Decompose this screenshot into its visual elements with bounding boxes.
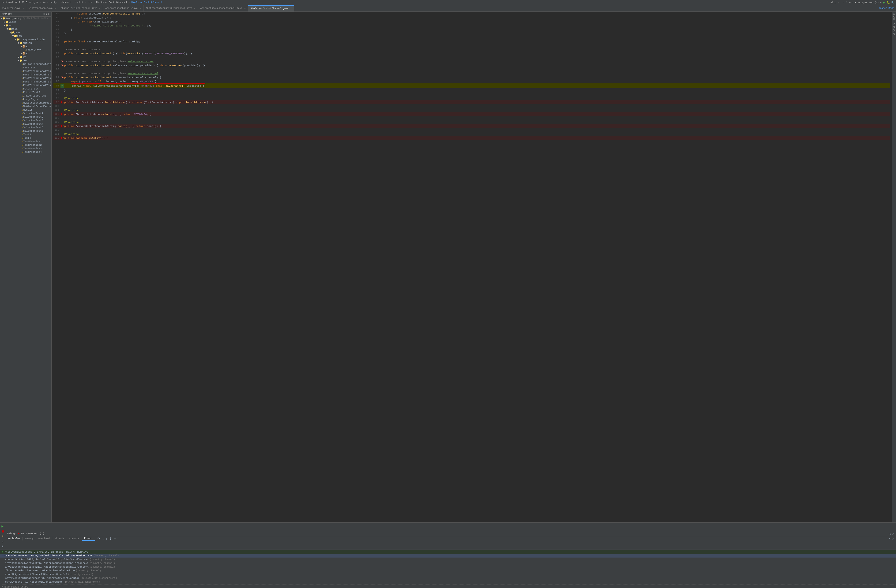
debug-tab-variables[interactable]: Variables [5, 537, 23, 541]
tab-nioserversocketchannel-close[interactable]: ✕ [291, 7, 292, 10]
tree-item-fastthreadlocaltest[interactable]: ☕ FastThreadLocalTest [0, 69, 51, 73]
tree-item-ineventlooptest[interactable]: ☕ InEventLoopTest [0, 94, 51, 97]
nav-io[interactable]: io [43, 1, 46, 4]
stack-frame-invokechannelactive225[interactable]: invokeChannelActive:225, AbstractChannel… [0, 561, 896, 565]
tree-item-src[interactable]: ▼ 📁 src [0, 24, 51, 27]
tree-item-selectortest5[interactable]: ☕ SelectorTest5 [0, 126, 51, 129]
tree-item-idea[interactable]: ▶ 📁 .idea [0, 20, 51, 24]
structure-label[interactable]: Structure [893, 23, 895, 35]
tab-abstractinterruptiblechannel-close[interactable]: ✕ [194, 7, 195, 10]
tab-abstractinterruptiblechannel[interactable]: AbstractInterruptibleChannel.java ✕ [143, 5, 198, 12]
tree-item-futuretest2[interactable]: ☕ FutureTest2 [0, 90, 51, 94]
maven-label[interactable]: Maven [893, 13, 895, 20]
tree-item-testpromise[interactable]: ☕ TestPromise [0, 140, 51, 143]
stack-frame-running-thread[interactable]: ▶ "nioEventLoopGroup-2-1"@1,263 in group… [0, 550, 896, 554]
debug-tab-console[interactable]: Console [67, 537, 82, 541]
debug-tab-memory[interactable]: Memory [23, 537, 36, 541]
tree-item-testpromise2[interactable]: ☕ TestPromise2 [0, 143, 51, 147]
tree-item-selectortest3[interactable]: ☕ SelectorTest3 [0, 119, 51, 122]
nav-netty[interactable]: netty [50, 1, 57, 4]
tree-item-e1[interactable]: ▼ 📦 e1 [0, 45, 51, 48]
tab-nioeventloop[interactable]: NioEventLoop.java ✕ [26, 5, 58, 12]
tree-item-selectortest6[interactable]: ☕ SelectorTest6 [0, 129, 51, 132]
tab-executor-close[interactable]: ✕ [23, 7, 24, 10]
tree-item-crazymakercircle[interactable]: ▼ 📁 crazymakercircle [0, 38, 51, 41]
stack-frame-readifisautoread[interactable]: → readIfIsAutoRead:1449, DefaultChannelP… [0, 554, 896, 558]
tree-item-callablefuturetest[interactable]: ☕ CallableFutureTest [0, 62, 51, 66]
tree-item-fastthreadlocaltest4[interactable]: ☕ FastThreadLocalTest4 [0, 80, 51, 84]
tree-item-main[interactable]: ▼ 📁 main [0, 27, 51, 31]
frames-maximize[interactable]: ⤢ [892, 537, 894, 540]
debug-tab-frames[interactable]: Frames [82, 537, 95, 541]
tree-item-test[interactable]: ▼ 📁 test [0, 59, 51, 62]
code-editor[interactable]: 65 return provider.openServerSocketChann… [52, 12, 892, 523]
tree-item-com[interactable]: ▼ 📁 com [0, 34, 51, 38]
tree-item-test4[interactable]: ☕ Test4 [0, 136, 51, 140]
debug-stop-btn[interactable]: ⏹ [1, 530, 4, 533]
tab-nioserversocketchannel[interactable]: NioServerSocketChannel.java ✕ [248, 5, 294, 12]
tree-item-myself[interactable]: ☕ MySelf [0, 108, 51, 111]
tab-channelfuturelistener-close[interactable]: ✕ [99, 7, 101, 10]
nav-channel[interactable]: channel [61, 1, 71, 4]
tree-item-myglobaleventexecutor[interactable]: ☕ MyGlobalEventExecutor [0, 105, 51, 108]
tree-item-fastthreadlocaltest3[interactable]: ☕ FastThreadLocalTest3 [0, 76, 51, 80]
nav-nio[interactable]: nio [88, 1, 92, 4]
filter-icon[interactable]: ⚙ [890, 537, 891, 541]
nav-nioserver2[interactable]: NioServerSocketChannel [131, 1, 162, 4]
stack-frame-channelactive[interactable]: channelActive:1428, DefaultChannelPipeli… [0, 558, 896, 561]
tab-abstractniomessagechannel[interactable]: AbstractNioMessageChannel.java ✕ [198, 5, 248, 12]
run-btn[interactable]: ▶ [883, 0, 885, 5]
debug-settings-gear[interactable]: ⚙ [890, 532, 891, 535]
sidebar-sort-icon[interactable]: ⇅ [46, 13, 47, 15]
debug-settings-btn[interactable]: ⚙ [2, 545, 3, 548]
debug-tab-threads[interactable]: Threads [52, 537, 67, 541]
debug-run-to-cursor[interactable]: ⤓ [109, 536, 113, 541]
tree-item-fastthreadlocaltest5[interactable]: ☕ FastThreadLocalTest5 [0, 84, 51, 87]
nav-nioserver1[interactable]: NioServerSocketChannel [96, 1, 127, 4]
tree-item-selectortest4[interactable]: ☕ SelectorTest4 [0, 122, 51, 126]
stack-frame-run599[interactable]: run:599, AbstractChannel$AbstractUnsafe2… [0, 573, 896, 576]
debug-step-over[interactable]: ↷ [97, 536, 101, 541]
tree-item-fastthreadlocaltest2[interactable]: ☕ FastThreadLocalTest2 [0, 73, 51, 76]
debug-resume-btn[interactable]: ▶ [2, 524, 3, 528]
tree-item-project[interactable]: ▼ 📁 test_netty ~/github/test_netty [0, 17, 51, 20]
sidebar-gear-icon[interactable]: ⚙ [43, 13, 45, 15]
tree-item-test1[interactable]: ☕ Test1.java [0, 48, 51, 52]
debug-session-name[interactable]: NettyServer (1) [21, 532, 44, 535]
tree-item-fujian[interactable]: ▼ 📁 fujian [0, 41, 51, 45]
debug-maximize[interactable]: ⤢ [892, 532, 894, 535]
tree-item-my[interactable]: ▶ 📁 my [0, 55, 51, 59]
tab-abstractniochannel[interactable]: AbstractNioChannel.java ✕ [103, 5, 143, 12]
run-config[interactable]: ▶ NettyServer (1) ▼ [855, 1, 882, 4]
reader-mode-btn[interactable]: Reader Mode [879, 7, 894, 10]
debug-step-into[interactable]: ↓ [102, 536, 104, 541]
tree-item-test3[interactable]: ☕ Test3 [0, 132, 51, 136]
nav-socket[interactable]: socket [75, 1, 84, 4]
tree-item-myattributemaptest[interactable]: ☕ MyAttributeMapTest [0, 101, 51, 105]
tree-item-selectortest2[interactable]: ☕ SelectorTest2 [0, 115, 51, 119]
stack-frame-safeexecute-1[interactable]: safeExecute:-1, AbstractEventExecutor (i… [0, 580, 896, 584]
debug-btn-top[interactable]: 🐛 [886, 1, 890, 4]
tree-item-largeobject[interactable]: ☕ LargeObject [0, 97, 51, 101]
debug-tab-overhead[interactable]: Overhead [36, 537, 52, 541]
tree-item-testpromise3[interactable]: ☕ TestPromise3 [0, 147, 51, 150]
tab-nioeventloop-close[interactable]: ✕ [54, 7, 56, 10]
tree-item-e2[interactable]: ▶ 📦 e2 [0, 52, 51, 55]
tab-abstractniomessagechannel-close[interactable]: ✕ [244, 7, 245, 10]
tree-item-futuretest[interactable]: ☕ FutureTest [0, 87, 51, 90]
debug-step-out[interactable]: ↑ [105, 536, 108, 541]
tree-item-selectortest1[interactable]: ☕ SelectorTest1 [0, 111, 51, 115]
stack-frame-firechannelactive[interactable]: fireChannelActive:916, DefaultChannelPip… [0, 569, 896, 573]
sidebar-collapse-icon[interactable]: ≡ [48, 13, 49, 15]
tab-channelfuturelistener[interactable]: ChannelFutureListener.java ✕ [58, 5, 103, 12]
tree-item-casetest[interactable]: ☕ CaseTest [0, 66, 51, 69]
tab-executor[interactable]: Executor.java ✕ [0, 5, 26, 12]
stack-frame-invokechannelactive211[interactable]: invokeChannelActive:211, AbstractChannel… [0, 565, 896, 569]
debug-restart-btn[interactable]: ↺ [2, 540, 3, 543]
tree-item-java[interactable]: ▼ 📁 java [0, 31, 51, 34]
tree-item-testpromise4[interactable]: ☕ TestPromise4 [0, 150, 51, 153]
tab-abstractniochannel-close[interactable]: ✕ [140, 7, 141, 10]
debug-pause-btn[interactable]: ⏸ [1, 535, 4, 538]
search-everywhere-btn[interactable]: 🔍 [891, 1, 894, 4]
debug-evaluate[interactable]: ≡ [113, 536, 116, 541]
